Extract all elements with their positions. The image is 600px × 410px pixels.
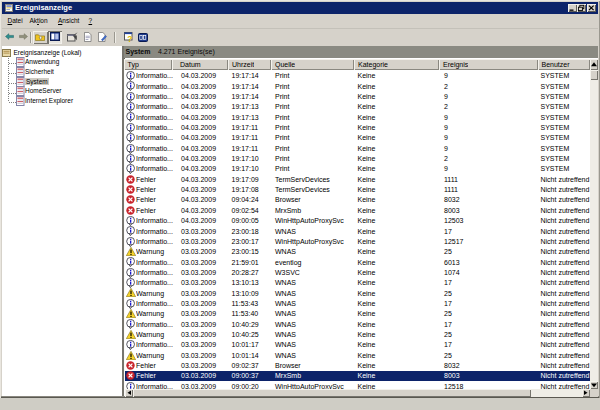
svg-text:?: ? (127, 33, 132, 42)
